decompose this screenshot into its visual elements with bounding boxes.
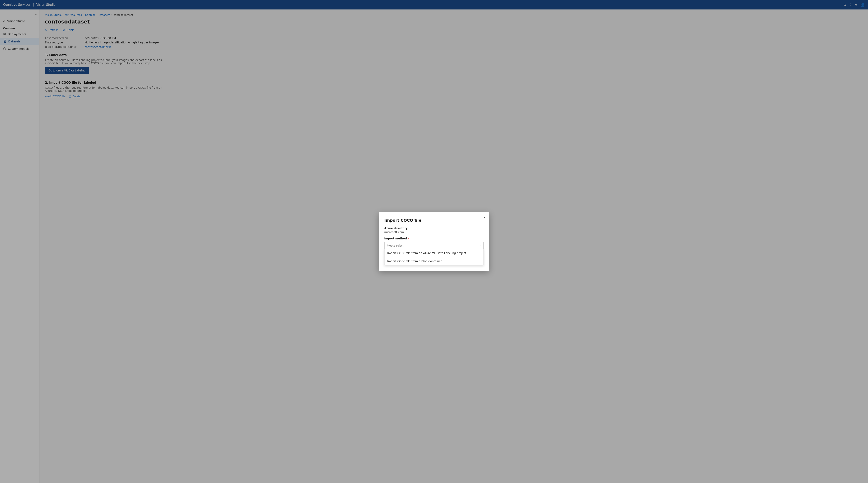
azure-directory-label: Azure directory [384,227,484,230]
import-method-row: Import method * [384,237,484,241]
import-coco-modal: Import COCO file × Azure directory micro… [379,212,489,271]
required-indicator: * [408,237,409,240]
dropdown-options-list: Import COCO file from an Azure ML Data L… [384,249,484,265]
dropdown-option-2[interactable]: Import COCO file from a Blob Container [384,257,484,265]
modal-overlay: Import COCO file × Azure directory micro… [0,0,868,483]
import-method-select-wrapper: Please select ∨ [384,242,484,249]
import-method-select[interactable]: Please select [384,242,484,249]
azure-directory-value: microsoft.com [384,231,484,234]
modal-title: Import COCO file [384,218,484,223]
import-method-label: Import method [384,237,407,240]
modal-close-button[interactable]: × [483,215,486,219]
dropdown-option-1[interactable]: Import COCO file from an Azure ML Data L… [384,249,484,257]
